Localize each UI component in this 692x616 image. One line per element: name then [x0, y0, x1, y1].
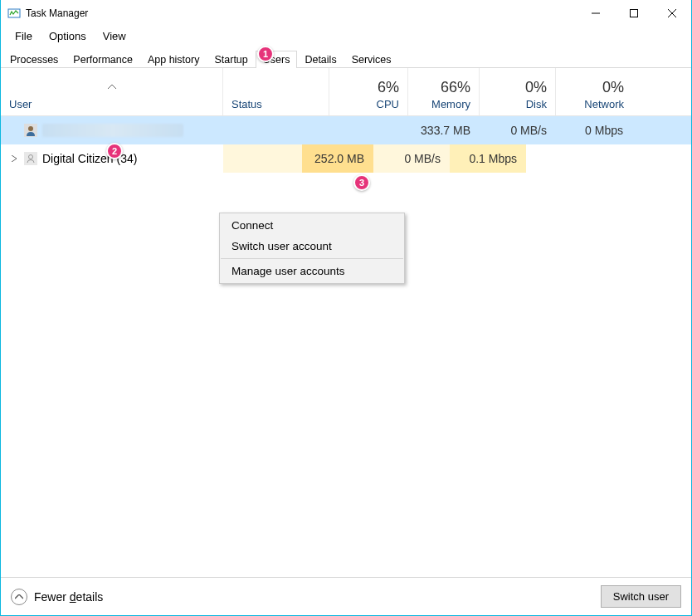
- column-user[interactable]: User: [1, 68, 223, 115]
- maximize-button[interactable]: [615, 0, 653, 27]
- context-menu-connect[interactable]: Connect: [220, 215, 404, 236]
- window-controls: [577, 0, 691, 27]
- menu-view[interactable]: View: [95, 28, 134, 44]
- disk-cell: 0 MB/s: [480, 116, 556, 144]
- column-disk[interactable]: 0% Disk: [480, 68, 556, 115]
- svg-rect-2: [631, 10, 638, 17]
- user-name-blurred: [42, 124, 183, 137]
- column-memory-label: Memory: [431, 98, 470, 110]
- sort-arrow-icon: [9, 81, 214, 91]
- context-menu: Connect Switch user account Manage user …: [219, 213, 405, 284]
- memory-percentage: 66%: [441, 79, 470, 96]
- switch-user-button[interactable]: Switch user: [601, 585, 681, 608]
- user-avatar-icon: [24, 124, 37, 137]
- menu-options[interactable]: Options: [41, 28, 95, 44]
- svg-point-5: [28, 126, 33, 131]
- task-manager-icon: [7, 7, 21, 20]
- table-header: User Status 6% CPU 66% Memory 0% Disk 0%…: [1, 68, 691, 116]
- column-user-label: User: [9, 98, 214, 110]
- network-percentage: 0%: [602, 79, 624, 96]
- tab-startup[interactable]: Startup: [207, 51, 255, 68]
- context-menu-switch-user[interactable]: Switch user account: [220, 236, 404, 257]
- svg-point-6: [29, 155, 33, 159]
- menu-file[interactable]: File: [7, 28, 41, 44]
- menu-bar: File Options View: [1, 27, 691, 45]
- cpu-percentage: 6%: [378, 79, 399, 96]
- tab-bar: Processes Performance App history Startu…: [1, 48, 691, 68]
- network-cell: 0.1 Mbps: [450, 144, 526, 173]
- status-cell: [223, 116, 329, 144]
- memory-cell: 333.7 MB: [408, 116, 480, 144]
- column-network-label: Network: [584, 98, 624, 110]
- fewer-details-label: Fewer details: [34, 590, 103, 604]
- window-title: Task Manager: [26, 7, 88, 19]
- cpu-cell: [223, 144, 302, 173]
- column-status-label: Status: [231, 98, 320, 110]
- user-name: Digital Citizen (34): [42, 152, 137, 165]
- cpu-cell: [329, 116, 408, 144]
- user-row[interactable]: Digital Citizen (34) 252.0 MB 0 MB/s 0.1…: [1, 144, 691, 173]
- annotation-badge-3: 3: [353, 174, 370, 191]
- tab-services[interactable]: Services: [344, 51, 399, 68]
- users-table: User Status 6% CPU 66% Memory 0% Disk 0%…: [1, 68, 691, 173]
- user-row[interactable]: 333.7 MB 0 MB/s 0 Mbps: [1, 116, 691, 144]
- title-bar: Task Manager: [1, 0, 691, 27]
- column-disk-label: Disk: [526, 98, 547, 110]
- expand-arrow-icon[interactable]: [9, 154, 19, 164]
- column-status[interactable]: Status: [223, 68, 329, 115]
- bottom-bar: Fewer details Switch user: [1, 577, 691, 615]
- annotation-badge-1: 1: [257, 46, 274, 62]
- minimize-button[interactable]: [577, 0, 615, 27]
- user-name-cell: [1, 116, 223, 144]
- column-cpu[interactable]: 6% CPU: [329, 68, 408, 115]
- network-cell: 0 Mbps: [556, 116, 632, 144]
- fewer-details-toggle[interactable]: Fewer details: [11, 589, 103, 605]
- disk-percentage: 0%: [525, 79, 547, 96]
- annotation-badge-2: 2: [106, 143, 123, 159]
- tab-details[interactable]: Details: [297, 51, 344, 68]
- close-button[interactable]: [653, 0, 691, 27]
- disk-cell: 0 MB/s: [373, 144, 450, 173]
- column-network[interactable]: 0% Network: [556, 68, 632, 115]
- tab-app-history[interactable]: App history: [140, 51, 207, 68]
- context-menu-separator: [221, 258, 403, 259]
- user-avatar-icon: [24, 152, 37, 165]
- memory-cell: 252.0 MB: [302, 144, 373, 173]
- column-cpu-label: CPU: [377, 98, 399, 110]
- context-menu-manage-accounts[interactable]: Manage user accounts: [220, 261, 404, 281]
- tab-performance[interactable]: Performance: [66, 51, 140, 68]
- chevron-up-icon: [11, 589, 27, 605]
- tab-processes[interactable]: Processes: [2, 51, 66, 68]
- column-memory[interactable]: 66% Memory: [408, 68, 480, 115]
